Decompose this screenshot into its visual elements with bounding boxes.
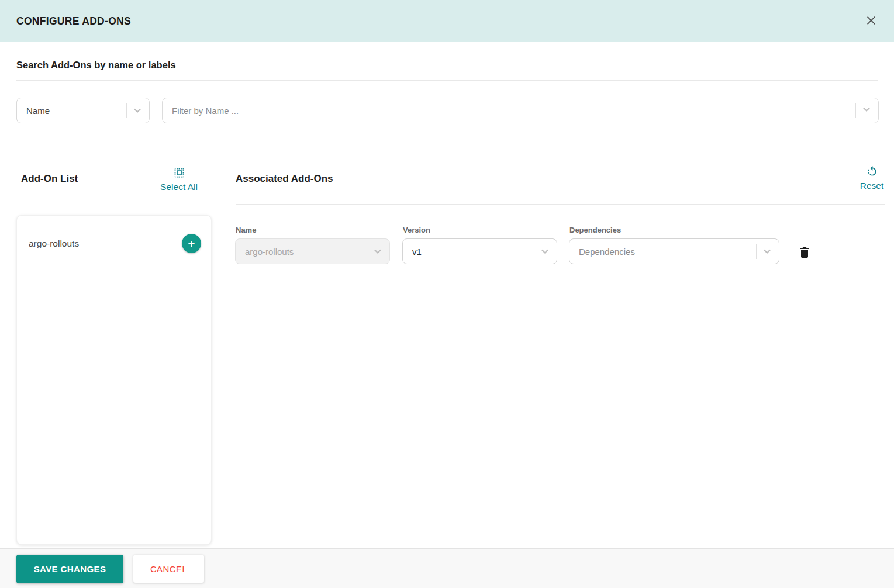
- select-all-label: Select All: [160, 182, 198, 192]
- search-divider: [16, 80, 878, 81]
- close-button[interactable]: [861, 11, 881, 31]
- associated-divider: [236, 204, 885, 205]
- version-select-value: v1: [412, 247, 529, 257]
- cancel-button[interactable]: CANCEL: [133, 555, 204, 583]
- rotate-left-icon: [866, 165, 878, 179]
- dependencies-select[interactable]: Dependencies: [569, 238, 779, 264]
- dialog-footer: SAVE CHANGES CANCEL: [0, 548, 894, 588]
- addon-list-divider: [21, 205, 200, 205]
- plus-icon: +: [188, 234, 195, 253]
- associated-addons-title: Associated Add-Ons: [236, 173, 333, 185]
- select-divider: [126, 103, 127, 118]
- delete-row-button[interactable]: [795, 244, 814, 262]
- chevron-down-icon: [373, 247, 382, 256]
- configure-addons-dialog: CONFIGURE ADD-ONS Search Add-Ons by name…: [0, 0, 894, 588]
- addon-list-panel: argo-rollouts +: [16, 215, 212, 545]
- reset-button[interactable]: Reset: [858, 165, 886, 191]
- dependencies-select-value: Dependencies: [579, 247, 751, 257]
- close-icon: [865, 14, 878, 29]
- save-changes-button[interactable]: SAVE CHANGES: [16, 555, 123, 583]
- addon-list-title: Add-On List: [21, 173, 78, 185]
- addon-name: argo-rollouts: [29, 238, 79, 249]
- chevron-down-icon: [540, 247, 550, 256]
- add-addon-button[interactable]: +: [182, 234, 201, 253]
- chevron-down-icon: [762, 247, 772, 256]
- select-divider: [855, 103, 856, 118]
- version-select[interactable]: v1: [402, 238, 557, 264]
- search-field-select[interactable]: Name: [16, 98, 150, 123]
- select-all-button[interactable]: Select All: [157, 167, 201, 192]
- search-field-select-value: Name: [26, 106, 122, 116]
- trash-icon: [798, 245, 812, 261]
- version-field-label: Version: [403, 226, 430, 234]
- list-item: argo-rollouts +: [17, 216, 211, 253]
- select-divider: [534, 244, 534, 259]
- select-all-icon: [173, 167, 185, 181]
- name-field-label: Name: [236, 226, 256, 234]
- chevron-down-icon[interactable]: [862, 105, 871, 116]
- name-select-value: argo-rollouts: [245, 247, 362, 257]
- search-section-heading: Search Add-Ons by name or labels: [16, 60, 176, 71]
- dialog-title: CONFIGURE ADD-ONS: [16, 15, 131, 27]
- reset-label: Reset: [860, 181, 884, 191]
- name-select-disabled: argo-rollouts: [235, 238, 390, 264]
- select-divider: [367, 244, 367, 259]
- dialog-header: CONFIGURE ADD-ONS: [0, 0, 894, 42]
- select-divider: [756, 244, 757, 259]
- chevron-down-icon: [133, 106, 142, 115]
- dependencies-field-label: Dependencies: [569, 226, 621, 234]
- filter-input-container: [162, 98, 879, 123]
- filter-input[interactable]: [172, 106, 851, 116]
